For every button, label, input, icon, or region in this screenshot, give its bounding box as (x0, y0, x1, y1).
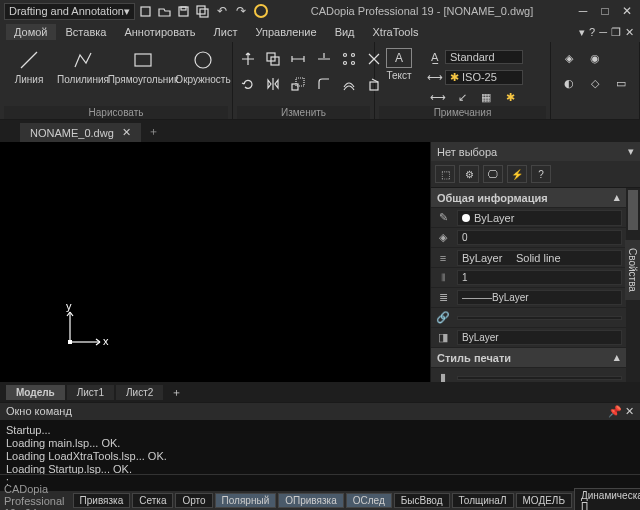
status-lwt[interactable]: ТолщинаЛ (452, 493, 514, 508)
palette-icon[interactable]: ▭ (610, 72, 632, 94)
window-title: CADopia Professional 19 - [NONAME_0.dwg] (273, 5, 571, 17)
status-qinput[interactable]: БысВвод (394, 493, 450, 508)
tool-text[interactable]: AТекст (379, 48, 419, 81)
new-icon[interactable] (138, 3, 154, 19)
close-tab-icon[interactable]: ✕ (122, 126, 131, 139)
dim-linear-icon[interactable]: ⟷ (427, 86, 449, 108)
doc-restore-icon[interactable]: ❐ (611, 26, 621, 39)
prop-layer[interactable]: 0 (457, 230, 622, 245)
selection-dropdown[interactable]: Нет выбора (437, 146, 497, 158)
status-ortho[interactable]: Орто (175, 493, 212, 508)
quickselect-icon[interactable]: ⚙ (459, 165, 479, 183)
collapse-icon: ▴ (614, 351, 620, 364)
tool-scale[interactable] (287, 73, 309, 95)
monitor-icon[interactable]: 🖵 (483, 165, 503, 183)
menu-manage[interactable]: Управление (247, 24, 324, 40)
svg-point-14 (344, 62, 347, 65)
ltscale-icon: ⫴ (435, 271, 451, 284)
doc-minimize-icon[interactable]: ─ (599, 26, 607, 39)
tab-sheet2[interactable]: Лист2 (116, 385, 163, 400)
menu-insert[interactable]: Вставка (58, 24, 115, 40)
new-tab-button[interactable]: ＋ (143, 120, 165, 142)
svg-text:y: y (66, 302, 72, 312)
layer-states-icon[interactable]: ◉ (584, 47, 606, 69)
doc-tab[interactable]: NONAME_0.dwg✕ (20, 123, 141, 142)
prop-plotstyle[interactable] (457, 376, 622, 380)
pick-icon[interactable]: ⬚ (435, 165, 455, 183)
close-button[interactable]: ✕ (618, 4, 636, 18)
dim-table-icon[interactable]: ▦ (475, 86, 497, 108)
tool-polyline[interactable]: Полилиния (58, 48, 108, 85)
tool-rotate[interactable] (237, 73, 259, 95)
help-icon[interactable]: ? (531, 165, 551, 183)
tool-fillet[interactable] (313, 73, 335, 95)
undo-icon[interactable]: ↶ (214, 3, 230, 19)
tool-mirror[interactable] (262, 73, 284, 95)
tool-copy[interactable] (262, 48, 284, 70)
dimstyle-icon: ⟷ (427, 66, 443, 88)
minimize-button[interactable]: ─ (574, 4, 592, 18)
menu-annotate[interactable]: Аннотировать (116, 24, 203, 40)
chevron-down-icon[interactable]: ▾ (628, 145, 634, 158)
dim-leader-icon[interactable]: ↙ (451, 86, 473, 108)
textstyle-dropdown[interactable]: Standard (445, 50, 523, 64)
status-model[interactable]: МОДЕЛЬ (516, 493, 572, 508)
app-logo (252, 2, 270, 20)
scrollbar-thumb[interactable] (628, 190, 638, 230)
open-icon[interactable] (157, 3, 173, 19)
plotstyle-icon: ▮ (435, 371, 451, 382)
layers-icon[interactable]: ◈ (558, 47, 580, 69)
status-snap[interactable]: Привязка (73, 493, 131, 508)
saveall-icon[interactable] (195, 3, 211, 19)
section-general[interactable]: Общая информация▴ (431, 188, 626, 208)
tool-pattern[interactable] (338, 48, 360, 70)
tool-offset[interactable] (338, 73, 360, 95)
prop-hyperlink[interactable] (457, 316, 622, 320)
properties-side-tab[interactable]: Свойства (625, 240, 640, 300)
workspace-dropdown[interactable]: Drafting and Annotation ▾ (4, 3, 135, 20)
status-dyn[interactable]: Динамическая П (574, 488, 640, 511)
prop-transparency[interactable]: ByLayer (457, 330, 622, 345)
tool-trim[interactable] (313, 48, 335, 70)
status-osnap[interactable]: ОПривязка (278, 493, 343, 508)
ribbon-group-draw: Нарисовать (4, 106, 228, 119)
section-plotstyle[interactable]: Стиль печати▴ (431, 348, 626, 368)
save-icon[interactable] (176, 3, 192, 19)
chevron-down-icon[interactable]: ▾ (579, 26, 585, 39)
help-icon[interactable]: ? (589, 26, 595, 39)
prop-lineweight[interactable]: ———ByLayer (457, 290, 622, 305)
svg-rect-6 (135, 54, 151, 66)
annoscale-icon[interactable]: ✱ (499, 86, 521, 108)
menu-view[interactable]: Вид (327, 24, 363, 40)
dimstyle-dropdown[interactable]: ✱ISO-25 (445, 70, 523, 85)
menu-xtratools[interactable]: XtraTools (365, 24, 427, 40)
tool-rectangle[interactable]: Прямоугольник (112, 48, 174, 85)
tool-line[interactable]: Линия (4, 48, 54, 85)
status-polar[interactable]: Полярный (215, 493, 277, 508)
status-grid[interactable]: Сетка (132, 493, 173, 508)
drawing-canvas[interactable]: x y (0, 142, 430, 382)
prop-ltscale[interactable]: 1 (457, 270, 622, 285)
tab-sheet1[interactable]: Лист1 (67, 385, 114, 400)
close-icon[interactable]: ✕ (625, 405, 634, 417)
toggle-icon[interactable]: ⚡ (507, 165, 527, 183)
tab-model[interactable]: Модель (6, 385, 65, 400)
drop-icon[interactable]: ◇ (584, 72, 606, 94)
prop-linetype[interactable]: ByLayer Solid line (457, 250, 622, 266)
status-otrack[interactable]: ОСлед (346, 493, 392, 508)
menu-home[interactable]: Домой (6, 24, 56, 40)
tool-circle[interactable]: Окружность (178, 48, 228, 85)
add-sheet-button[interactable]: ＋ (165, 381, 187, 403)
svg-point-13 (352, 54, 355, 57)
redo-icon[interactable]: ↷ (233, 3, 249, 19)
menu-sheet[interactable]: Лист (206, 24, 246, 40)
prop-color[interactable]: ByLayer (457, 210, 622, 226)
tool-move[interactable] (237, 48, 259, 70)
doc-close-icon[interactable]: ✕ (625, 26, 634, 39)
pin-icon[interactable]: 📌 (608, 405, 622, 417)
chevron-down-icon: ▾ (124, 5, 130, 18)
hatch-cycle-icon[interactable]: ◐ (558, 72, 580, 94)
maximize-button[interactable]: □ (596, 4, 614, 18)
tool-stretch[interactable] (287, 48, 309, 70)
command-input[interactable]: : (0, 474, 640, 490)
